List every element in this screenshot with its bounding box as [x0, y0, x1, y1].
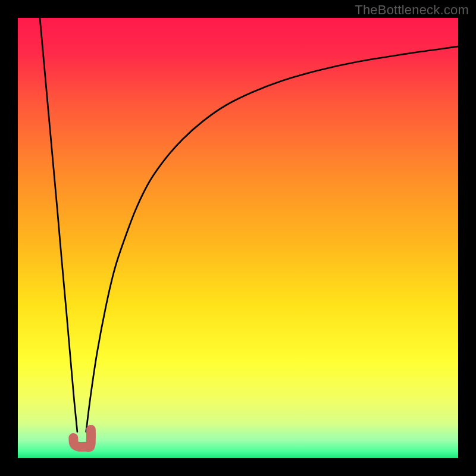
selected-marker: [73, 430, 91, 447]
curve-left-segment: [40, 18, 77, 432]
curve-right-segment: [86, 46, 458, 432]
attribution-text: TheBottleneck.com: [355, 2, 469, 18]
chart-frame: TheBottleneck.com: [0, 0, 476, 476]
plot-overlay: [18, 18, 458, 458]
